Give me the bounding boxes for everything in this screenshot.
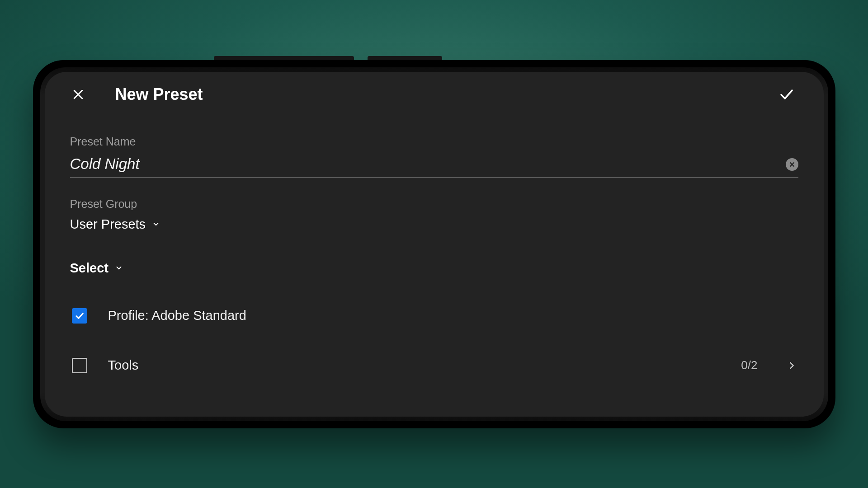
preset-group-label: Preset Group (70, 197, 798, 211)
preset-group-picker[interactable]: User Presets (70, 217, 798, 232)
dialog-header: New Preset (65, 83, 804, 111)
app-screen: New Preset Preset Name Preset Group User… (45, 72, 824, 417)
header-left: New Preset (68, 84, 203, 104)
checkmark-icon (75, 311, 85, 321)
preset-name-input[interactable] (70, 155, 773, 174)
clear-name-button[interactable] (786, 158, 798, 171)
chevron-down-icon (152, 220, 160, 228)
option-checkbox[interactable] (72, 358, 87, 373)
clear-icon (788, 161, 796, 168)
close-icon (71, 88, 85, 101)
confirm-button[interactable] (777, 84, 797, 104)
option-count: 0/2 (741, 358, 757, 372)
chevron-down-icon (115, 264, 123, 272)
preset-name-row (70, 155, 798, 178)
phone-bezel: New Preset Preset Name Preset Group User… (40, 67, 828, 421)
select-label: Select (70, 261, 108, 276)
close-button[interactable] (68, 84, 88, 104)
option-label: Profile: Adobe Standard (108, 308, 797, 323)
chevron-right-icon (787, 361, 797, 371)
option-row-tools[interactable]: Tools 0/2 (70, 351, 798, 380)
select-all-picker[interactable]: Select (70, 261, 798, 276)
option-checkbox[interactable] (72, 308, 87, 324)
dialog-content: Preset Name Preset Group User Presets Se… (65, 111, 804, 417)
option-label: Tools (108, 358, 721, 373)
phone-frame: New Preset Preset Name Preset Group User… (33, 60, 835, 428)
check-icon (778, 86, 795, 103)
preset-name-label: Preset Name (70, 135, 798, 148)
page-title: New Preset (115, 85, 203, 104)
option-row-profile: Profile: Adobe Standard (70, 301, 798, 331)
preset-group-value: User Presets (70, 217, 146, 232)
